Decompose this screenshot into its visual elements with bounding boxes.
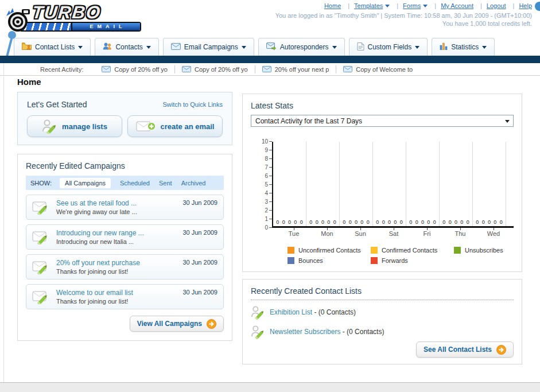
- top-nav-item-templates: Templates: [354, 2, 403, 9]
- campaign-subtitle: Thanks for joining our list!: [56, 298, 133, 305]
- tab-autoresponders[interactable]: Autoresponders: [258, 38, 345, 56]
- see-all-contact-lists-label: See All Contact Lists: [424, 346, 492, 354]
- campaign-filter-sent[interactable]: Sent: [159, 180, 172, 187]
- contact-activity-chart: 109876543210 000000000000000000000000000…: [262, 142, 514, 266]
- create-email-button[interactable]: create an email: [127, 115, 223, 137]
- campaign-title-link[interactable]: Introducing our new range ...: [56, 229, 144, 237]
- arrow-right-circle-icon: [496, 345, 506, 355]
- campaign-item-welcome-to-our-email-list[interactable]: Welcome to our email list Thanks for joi…: [26, 284, 224, 309]
- main-tabs: Contact Lists Contacts Email Campaigns A…: [0, 38, 540, 56]
- campaign-filter-all-campaigns[interactable]: All Campaigns: [60, 178, 111, 188]
- campaign-date: 30 Jun 2009: [182, 259, 217, 266]
- tab-custom-fields[interactable]: Custom Fields: [349, 38, 428, 56]
- tab-label: Autoresponders: [280, 43, 329, 51]
- tab-statistics[interactable]: Statistics: [432, 38, 495, 56]
- contact-list-item-exhibition-list[interactable]: Exhibition List - (0 Contacts): [251, 305, 514, 320]
- contact-list-count: - (0 Contacts): [314, 308, 356, 316]
- email-envelope-icon: [171, 43, 181, 52]
- email-edit-icon: [32, 259, 50, 274]
- recent-activity-item-label: Copy of Welcome to: [356, 66, 413, 73]
- campaign-filter-bar: SHOW: All Campaigns Scheduled Sent Archi…: [26, 176, 224, 190]
- top-nav-link[interactable]: Forms: [403, 2, 421, 9]
- latest-stats-title: Latest Stats: [251, 101, 514, 110]
- campaign-title-link[interactable]: Welcome to our email list: [56, 289, 133, 297]
- email-edit-icon: [32, 230, 50, 244]
- show-label: SHOW:: [30, 180, 52, 187]
- recent-activity-item[interactable]: Copy of 20% off yo: [95, 65, 175, 73]
- chevron-down-icon: [146, 46, 151, 49]
- top-nav-item-my-account: My Account: [441, 2, 487, 9]
- dotted-divider: [251, 300, 514, 300]
- view-all-campaigns-button[interactable]: View All Campaigns: [130, 316, 224, 332]
- top-nav-item-help: Help: [519, 2, 532, 9]
- contact-list-link[interactable]: Exhibition List: [270, 308, 312, 316]
- recent-activity-item[interactable]: 20% off your next p: [255, 65, 337, 73]
- turbo-email-dashboard: EMAIL TURBO Home Templates: [0, 0, 540, 392]
- contact-lists-title: Recently Created Contact Lists: [251, 286, 514, 296]
- logo-band: EMAIL: [20, 22, 141, 32]
- see-all-contact-lists-button[interactable]: See All Contact Lists: [416, 341, 514, 358]
- chart-legend: Unconfirmed ContactsConfirmed ContactsUn…: [288, 245, 540, 266]
- tab-label: Statistics: [451, 43, 479, 51]
- campaign-title-link[interactable]: See us at the retail food ...: [56, 199, 137, 207]
- stats-range-select[interactable]: Contact Activity for the Last 7 Days: [251, 115, 514, 127]
- recent-activity-item-label: Copy of 20% off yo: [195, 66, 248, 73]
- header: EMAIL TURBO Home Templates: [0, 0, 540, 36]
- person-edit-icon: [251, 324, 265, 339]
- chart-y-axis: 109876543210: [262, 142, 272, 228]
- arrow-right-circle-icon: [207, 319, 216, 329]
- top-nav: Home Templates Forms My Account: [324, 2, 532, 9]
- view-all-campaigns-label: View All Campaigns: [137, 320, 202, 328]
- page-footer: [0, 383, 540, 392]
- chevron-down-icon: [415, 46, 419, 49]
- chevron-down-icon: [332, 46, 337, 49]
- top-nav-item-logout: Logout: [487, 2, 519, 9]
- campaign-date: 30 Jun 2009: [182, 289, 217, 296]
- contact-list-link[interactable]: Newsletter Subscribers: [270, 328, 340, 336]
- contact-list-count: - (0 Contacts): [343, 328, 384, 336]
- campaign-item-introducing-our-new-range[interactable]: Introducing our new range ... Introducin…: [26, 224, 224, 250]
- campaign-item-see-us-at-the-retail-food[interactable]: See us at the retail food ... We're givi…: [26, 195, 224, 220]
- page-title: Home: [17, 77, 41, 87]
- contact-list-item-newsletter-subscribers[interactable]: Newsletter Subscribers - (0 Contacts): [251, 324, 514, 339]
- campaign-title-link[interactable]: 20% off your next purchase: [56, 259, 140, 267]
- get-started-panel: Let's Get Started Switch to Quick Links …: [17, 92, 232, 145]
- login-status-text: You are logged in as "Timothy Smith" | S…: [275, 12, 532, 19]
- top-nav-link[interactable]: My Account: [441, 2, 473, 9]
- create-email-label: create an email: [161, 122, 215, 131]
- turbo-spiral-icon: [6, 7, 32, 33]
- email-edit-icon: [32, 200, 50, 215]
- statistics-bars-icon: [440, 42, 448, 52]
- recent-activity-item[interactable]: Copy of Welcome to: [336, 65, 419, 73]
- tab-contact-lists[interactable]: Contact Lists: [14, 38, 91, 56]
- top-nav-link[interactable]: Templates: [354, 2, 383, 9]
- tab-email-campaigns[interactable]: Email Campaigns: [163, 38, 254, 56]
- campaign-filter-archived[interactable]: Archived: [181, 180, 206, 187]
- tab-label: Custom Fields: [368, 43, 412, 51]
- email-edit-icon: [32, 289, 50, 304]
- recent-activity-item[interactable]: Copy of 20% off yo: [175, 65, 255, 73]
- tab-contacts[interactable]: Contacts: [95, 38, 158, 56]
- autoresponder-envelope-icon: [266, 42, 277, 52]
- campaign-filter-scheduled[interactable]: Scheduled: [120, 180, 150, 187]
- chevron-down-icon: [242, 46, 246, 49]
- campaign-date: 30 Jun 2009: [182, 229, 217, 236]
- switch-quick-links-link[interactable]: Switch to Quick Links: [162, 101, 223, 108]
- contact-lists-panel: Recently Created Contact Lists Exhibitio…: [242, 279, 522, 364]
- latest-stats-panel: Latest Stats Contact Activity for the La…: [242, 94, 522, 272]
- campaign-item-20-off-your-next-purchase[interactable]: 20% off your next purchase Thanks for jo…: [26, 254, 224, 280]
- turbo-email-logo: EMAIL TURBO: [6, 2, 149, 34]
- campaign-date: 30 Jun 2009: [182, 199, 217, 206]
- person-edit-icon: [251, 305, 265, 320]
- envelope-add-icon: [136, 119, 156, 133]
- recent-activity-item-label: Copy of 20% off yo: [114, 66, 168, 73]
- top-nav-link[interactable]: Logout: [487, 2, 506, 9]
- contact-lists-folder-icon: [22, 42, 32, 52]
- chevron-down-icon: [482, 46, 487, 49]
- top-nav-link[interactable]: Home: [324, 2, 341, 9]
- manage-lists-label: manage lists: [62, 122, 107, 131]
- manage-lists-button[interactable]: manage lists: [27, 115, 122, 137]
- top-nav-link[interactable]: Help: [519, 2, 532, 9]
- tab-label: Email Campaigns: [184, 43, 238, 51]
- help-bubble-icon: [535, 2, 540, 11]
